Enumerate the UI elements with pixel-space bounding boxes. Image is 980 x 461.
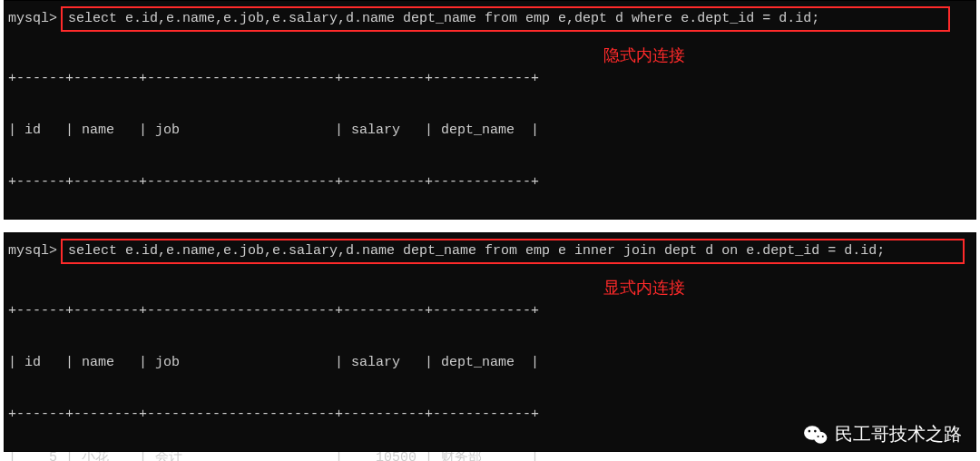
col-header-dept: dept_name (441, 354, 523, 371)
watermark: 民工哥技术之路 (804, 422, 962, 446)
table-border: +------+--------+-----------------------… (8, 173, 975, 191)
wechat-icon (804, 425, 828, 445)
mysql-prompt: mysql> (8, 10, 57, 28)
col-header-name: name (82, 122, 139, 139)
sql-statement-implicit-join[interactable]: select e.id,e.name,e.job,e.salary,d.name… (61, 6, 950, 32)
terminal-panel-top: mysql> select e.id,e.name,e.job,e.salary… (4, 0, 976, 220)
col-header-name: name (82, 354, 139, 371)
svg-point-5 (822, 435, 824, 436)
sql-prompt-row-bottom: mysql> select e.id,e.name,e.job,e.salary… (5, 237, 975, 266)
sql-prompt-row-top: mysql> select e.id,e.name,e.job,e.salary… (5, 5, 975, 34)
svg-point-4 (818, 435, 819, 436)
table-header-row: | id | name| job| salary | dept_name | (8, 354, 975, 371)
annotation-explicit-join: 显式内连接 (603, 277, 685, 299)
table-border: +------+--------+-----------------------… (8, 302, 975, 319)
svg-point-3 (814, 429, 817, 432)
table-border: +------+--------+-----------------------… (8, 406, 975, 423)
watermark-text: 民工哥技术之路 (835, 422, 962, 446)
sql-statement-explicit-join[interactable]: select e.id,e.name,e.job,e.salary,d.name… (61, 239, 965, 264)
annotation-implicit-join: 隐式内连接 (603, 44, 685, 66)
svg-point-1 (814, 431, 827, 443)
col-header-job: job (155, 122, 335, 139)
col-header-dept: dept_name (441, 122, 523, 139)
col-header-salary: salary (351, 354, 416, 371)
svg-point-2 (808, 429, 811, 432)
col-header-id: id (24, 122, 57, 139)
mysql-prompt: mysql> (8, 242, 57, 260)
col-header-salary: salary (351, 122, 416, 139)
col-header-job: job (155, 354, 335, 371)
terminal-panel-bottom: mysql> select e.id,e.name,e.job,e.salary… (4, 232, 976, 452)
table-header-row: | id | name| job| salary | dept_name | (8, 122, 975, 139)
table-border: +------+--------+-----------------------… (8, 70, 975, 87)
col-header-id: id (24, 354, 57, 371)
